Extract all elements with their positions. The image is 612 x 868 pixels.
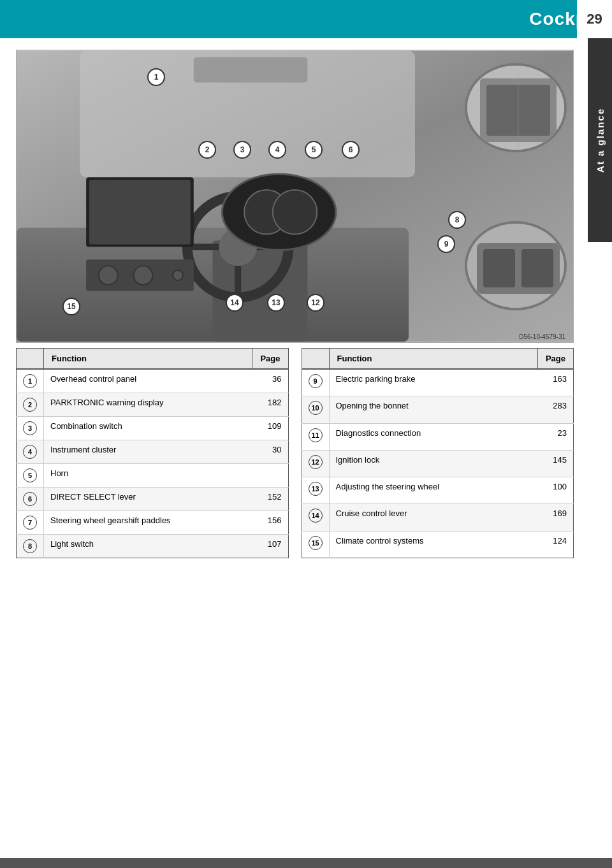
callout-12: 12 — [307, 294, 324, 312]
svg-point-14 — [134, 266, 153, 285]
callout-8: 8 — [448, 211, 466, 229]
row-function: Diagnostics connection — [329, 423, 537, 450]
left-table-page-header: Page — [252, 349, 288, 370]
row-number: 6 — [17, 488, 44, 511]
row-number: 7 — [17, 511, 44, 535]
row-function: Cruise control lever — [329, 504, 537, 531]
svg-point-15 — [173, 270, 183, 280]
table-row: 4 Instrument cluster 30 — [17, 440, 289, 464]
row-page: 107 — [252, 535, 288, 558]
row-number: 8 — [17, 535, 44, 558]
row-page — [252, 464, 288, 488]
bottom-footer: Nur für internen Gebrauch / For internal… — [0, 858, 612, 868]
inset-top-right — [465, 63, 567, 152]
callout-5: 5 — [305, 141, 323, 159]
table-row: 6 DIRECT SELECT lever 152 — [17, 488, 289, 511]
row-number: 15 — [302, 531, 329, 558]
row-number: 13 — [302, 477, 329, 504]
callout-6: 6 — [342, 141, 360, 159]
callout-13: 13 — [267, 294, 285, 312]
left-table-function-header: Function — [44, 349, 252, 370]
svg-rect-27 — [521, 249, 553, 287]
row-number: 11 — [302, 423, 329, 450]
row-number: 12 — [302, 450, 329, 477]
row-number: 1 — [17, 369, 44, 393]
row-function: Light switch — [44, 535, 252, 558]
table-row: 7 Steering wheel gearshift paddles 156 — [17, 511, 289, 535]
row-number: 9 — [302, 369, 329, 396]
row-page: 100 — [537, 477, 573, 504]
svg-rect-11 — [89, 180, 191, 244]
row-page: 145 — [537, 450, 573, 477]
inset-bottom-right — [465, 221, 567, 310]
svg-rect-26 — [483, 249, 515, 287]
row-page: 163 — [537, 369, 573, 396]
page-number: 29 — [586, 11, 602, 27]
table-row: 1 Overhead control panel 36 — [17, 369, 289, 393]
side-tab: At a glance — [588, 38, 612, 242]
table-row: 3 Combination switch 109 — [17, 417, 289, 440]
table-row: 2 PARKTRONIC warning display 182 — [17, 393, 289, 417]
row-number: 10 — [302, 396, 329, 423]
table-row: 5 Horn — [17, 464, 289, 488]
image-caption: D56-10-4579-31 — [519, 333, 565, 340]
row-function: PARKTRONIC warning display — [44, 393, 252, 417]
svg-point-18 — [273, 190, 317, 234]
row-function: Instrument cluster — [44, 440, 252, 464]
table-row: 14 Cruise control lever 169 — [302, 504, 574, 531]
row-page: 169 — [537, 504, 573, 531]
tables-section: Function Page 1 Overhead control panel 3… — [16, 348, 574, 558]
table-row: 8 Light switch 107 — [17, 535, 289, 558]
row-page: 30 — [252, 440, 288, 464]
row-page: 109 — [252, 417, 288, 440]
table-row: 11 Diagnostics connection 23 — [302, 423, 574, 450]
row-number: 3 — [17, 417, 44, 440]
row-number: 14 — [302, 504, 329, 531]
row-number: 2 — [17, 393, 44, 417]
row-number: 4 — [17, 440, 44, 464]
row-function: DIRECT SELECT lever — [44, 488, 252, 511]
side-tab-label: At a glance — [595, 108, 606, 173]
left-function-table: Function Page 1 Overhead control panel 3… — [16, 348, 289, 558]
row-function: Climate control systems — [329, 531, 537, 558]
callout-2: 2 — [198, 141, 216, 159]
row-function: Opening the bonnet — [329, 396, 537, 423]
table-row: 12 Ignition lock 145 — [302, 450, 574, 477]
right-table-page-header: Page — [537, 349, 573, 370]
page-number-box: 29 — [577, 0, 612, 38]
table-row: 15 Climate control systems 124 — [302, 531, 574, 558]
row-function: Overhead control panel — [44, 369, 252, 393]
row-page: 36 — [252, 369, 288, 393]
table-row: 9 Electric parking brake 163 — [302, 369, 574, 396]
table-row: 13 Adjusting the steering wheel 100 — [302, 477, 574, 504]
row-function: Horn — [44, 464, 252, 488]
row-page: 23 — [537, 423, 573, 450]
row-number: 5 — [17, 464, 44, 488]
row-function: Adjusting the steering wheel — [329, 477, 537, 504]
row-page: 152 — [252, 488, 288, 511]
table-row: 10 Opening the bonnet 283 — [302, 396, 574, 423]
row-page: 124 — [537, 531, 573, 558]
row-function: Electric parking brake — [329, 369, 537, 396]
callout-1: 1 — [147, 68, 165, 86]
svg-point-13 — [99, 266, 118, 285]
svg-rect-19 — [194, 57, 308, 83]
row-function: Combination switch — [44, 417, 252, 440]
callout-14: 14 — [226, 294, 244, 312]
row-page: 156 — [252, 511, 288, 535]
row-function: Steering wheel gearshift paddles — [44, 511, 252, 535]
callout-9: 9 — [437, 235, 455, 253]
row-function: Ignition lock — [329, 450, 537, 477]
car-image: 1 2 3 4 5 6 7 8 9 10 11 12 13 14 15 — [16, 50, 574, 343]
row-page: 283 — [537, 396, 573, 423]
callout-3: 3 — [233, 141, 251, 159]
callout-4: 4 — [268, 141, 286, 159]
header-bar: Cockpit 29 — [0, 0, 612, 38]
right-table-function-header: Function — [329, 349, 537, 370]
main-content: 1 2 3 4 5 6 7 8 9 10 11 12 13 14 15 — [0, 38, 612, 868]
callout-15: 15 — [62, 298, 80, 315]
row-page: 182 — [252, 393, 288, 417]
bottom-space — [16, 558, 574, 868]
right-function-table: Function Page 9 Electric parking brake 1… — [302, 348, 574, 558]
